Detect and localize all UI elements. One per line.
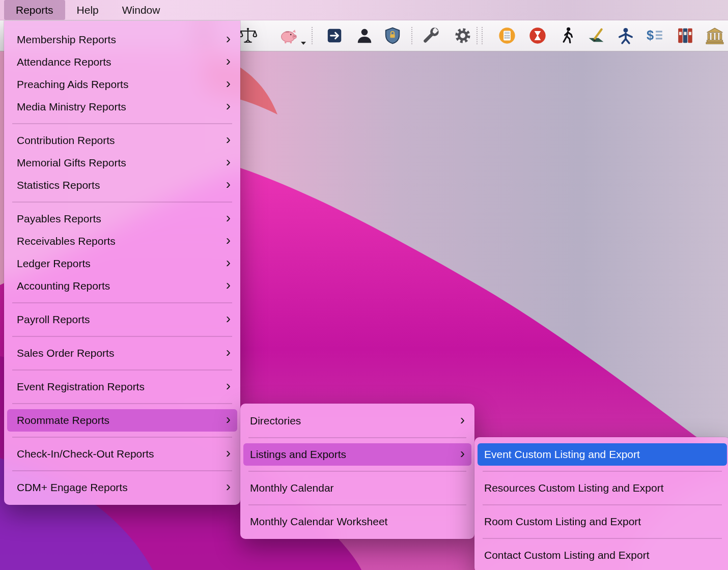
menu-item-preaching-aids-reports[interactable]: Preaching Aids Reports › [7,73,237,96]
chevron-right-icon: › [226,311,231,326]
reports-menu: Membership Reports › Attendance Reports … [4,21,240,505]
menu-item-label: Listings and Exports [250,448,346,461]
menu-separator [248,437,466,438]
menu-item-membership-reports[interactable]: Membership Reports › [7,28,237,51]
gear-icon[interactable] [454,26,472,45]
exit-door-icon[interactable] [325,26,344,45]
menu-item-label: Roommate Reports [17,414,109,426]
chevron-right-icon: › [226,132,231,147]
menu-item-label: Directories [250,415,301,427]
menu-item-label: Payroll Reports [17,314,90,326]
menu-item-label: Monthly Calendar [250,482,334,494]
dollar-report-icon[interactable]: $ [646,26,664,45]
menu-item-sales-order-reports[interactable]: Sales Order Reports › [7,342,237,364]
chevron-right-icon: › [226,54,231,68]
menu-item-contact-custom-listing-and-export[interactable]: Contact Custom Listing and Export [478,544,727,566]
menu-separator [12,403,232,404]
desktop: $ [0,0,728,570]
timer-icon[interactable] [528,26,547,45]
chevron-right-icon: › [226,32,231,46]
menu-item-event-registration-reports[interactable]: Event Registration Reports › [7,376,237,398]
menu-item-label: Accounting Reports [17,280,110,292]
wrench-icon[interactable] [422,26,440,45]
menubar-item-window[interactable]: Window [110,0,172,20]
chevron-right-icon: › [226,233,231,247]
chevron-right-icon: › [226,155,231,169]
menu-item-label: CDM+ Engage Reports [17,481,128,494]
menu-item-ledger-reports[interactable]: Ledger Reports › [7,252,237,275]
menu-separator [12,336,232,337]
menu-item-accounting-reports[interactable]: Accounting Reports › [7,275,237,297]
menu-separator [12,302,232,303]
menu-item-roommate-reports[interactable]: Roommate Reports › [7,409,237,432]
menu-item-payroll-reports[interactable]: Payroll Reports › [7,308,237,331]
menu-item-label: Media Ministry Reports [17,101,126,113]
chevron-right-icon: › [226,211,231,225]
menu-separator [248,471,466,472]
menubar-item-reports[interactable]: Reports [4,0,65,20]
menu-separator [483,504,722,505]
piggy-bank-icon[interactable] [279,26,298,45]
menu-separator [248,504,466,505]
menu-item-memorial-gifts-reports[interactable]: Memorial Gifts Reports › [7,152,237,174]
piggy-dropdown-caret-icon[interactable] [301,42,306,45]
toolbar-separator [411,27,412,44]
chevron-right-icon: › [226,479,231,494]
toolbar-separator [477,27,478,44]
toolbar-separator [312,27,313,44]
member-person-icon[interactable] [617,26,635,45]
menu-item-label: Check-In/Check-Out Reports [17,448,154,460]
roommate-reports-submenu: Directories › Listings and Exports › Mon… [240,404,474,539]
menu-item-check-in-check-out-reports[interactable]: Check-In/Check-Out Reports › [7,443,237,465]
menu-item-label: Payables Reports [17,213,101,225]
menu-item-label: Event Custom Listing and Export [484,448,640,461]
menu-item-label: Room Custom Listing and Export [484,516,641,528]
menu-item-label: Monthly Calendar Worksheet [250,516,387,528]
menubar-item-help[interactable]: Help [65,0,110,20]
menu-item-media-ministry-reports[interactable]: Media Ministry Reports › [7,96,237,118]
user-icon[interactable] [355,26,374,45]
menu-separator [12,202,232,203]
menu-item-monthly-calendar-worksheet[interactable]: Monthly Calendar Worksheet [243,510,471,533]
balance-scale-icon[interactable] [239,26,257,45]
menu-item-label: Contact Custom Listing and Export [484,549,650,561]
toolbar-separator [482,27,483,44]
menu-item-label: Statistics Reports [17,179,100,191]
menu-item-receivables-reports[interactable]: Receivables Reports › [7,230,237,252]
menu-item-label: Memorial Gifts Reports [17,157,126,169]
menu-item-resources-custom-listing-and-export[interactable]: Resources Custom Listing and Export [478,477,727,499]
menu-item-monthly-calendar[interactable]: Monthly Calendar [243,477,471,499]
menu-item-label: Membership Reports [17,34,116,46]
binders-icon[interactable] [676,26,694,45]
menu-item-directories[interactable]: Directories › [243,410,471,432]
menu-item-label: Contribution Reports [17,134,115,147]
chevron-right-icon: › [226,446,231,460]
menu-item-room-custom-listing-and-export[interactable]: Room Custom Listing and Export [478,510,727,533]
menu-item-label: Ledger Reports [17,258,91,270]
menu-item-label: Sales Order Reports [17,347,114,359]
calculator-icon[interactable] [498,26,516,45]
menu-item-payables-reports[interactable]: Payables Reports › [7,208,237,230]
menu-item-label: Event Registration Reports [17,381,145,393]
menu-separator [12,369,232,370]
menu-separator [12,470,232,471]
menu-item-event-custom-listing-and-export[interactable]: Event Custom Listing and Export [478,443,727,466]
security-shield-icon[interactable] [383,26,402,45]
chevron-right-icon: › [226,278,231,292]
menu-item-statistics-reports[interactable]: Statistics Reports › [7,174,237,196]
walking-person-icon[interactable] [558,26,576,45]
chevron-right-icon: › [226,412,231,426]
menu-item-label: Resources Custom Listing and Export [484,482,664,494]
menu-separator [483,538,722,539]
bank-icon[interactable] [706,26,724,45]
chevron-right-icon: › [226,177,231,191]
chevron-right-icon: › [226,345,231,359]
menu-item-cdm-engage-reports[interactable]: CDM+ Engage Reports › [7,476,237,499]
chevron-right-icon: › [226,99,231,113]
menu-item-contribution-reports[interactable]: Contribution Reports › [7,129,237,152]
chevron-right-icon: › [226,379,231,393]
checkbook-pen-icon[interactable] [587,26,605,45]
menu-bar: Reports Help Window [0,0,728,20]
menu-item-listings-and-exports[interactable]: Listings and Exports › [243,443,471,466]
menu-item-attendance-reports[interactable]: Attendance Reports › [7,51,237,73]
